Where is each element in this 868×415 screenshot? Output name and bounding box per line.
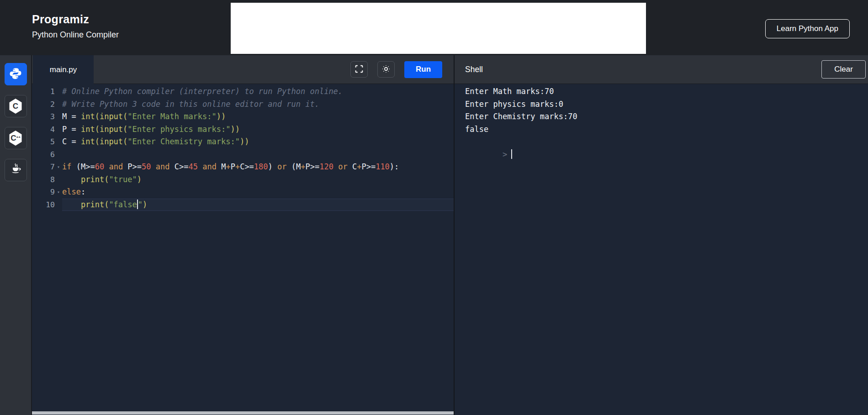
page-title: Python Online Compiler xyxy=(32,30,119,40)
fold-spacer xyxy=(55,136,62,148)
code-line-2[interactable]: 2# Write Python 3 code in this online ed… xyxy=(32,98,454,111)
code-line-6[interactable]: 6 xyxy=(32,148,454,161)
programiz-logo[interactable]: Programiz xyxy=(32,13,119,26)
c-icon: C xyxy=(9,99,22,114)
sidebar-item-python[interactable] xyxy=(5,63,27,85)
tab-label: main.py xyxy=(50,65,77,74)
code-line-9[interactable]: 9▾else: xyxy=(32,186,454,199)
scrollbar-thumb[interactable] xyxy=(32,411,454,415)
shell-output-line: Enter Chemistry marks:70 xyxy=(465,110,868,123)
shell-output[interactable]: Enter Math marks:70Enter physics marks:0… xyxy=(455,84,868,415)
brightness-icon xyxy=(381,64,391,75)
line-number: 6 xyxy=(32,148,55,161)
line-number: 5 xyxy=(32,136,55,148)
line-number: 7 xyxy=(32,161,55,173)
fold-spacer xyxy=(55,173,62,186)
shell-prompt: > xyxy=(503,150,507,159)
java-icon xyxy=(10,163,22,177)
code-line-5[interactable]: 5C = int(input("Enter Chemistry marks:")… xyxy=(32,136,454,148)
line-number: 3 xyxy=(32,110,55,123)
code-line-1[interactable]: 1# Online Python compiler (interpreter) … xyxy=(32,85,454,98)
shell-output-line: false xyxy=(465,123,868,136)
shell-cursor xyxy=(511,149,512,159)
code-line-3[interactable]: 3M = int(input("Enter Math marks:")) xyxy=(32,110,454,123)
code-text: # Write Python 3 code in this online edi… xyxy=(62,98,454,111)
code-text: P = int(input("Enter physics marks:")) xyxy=(62,123,454,136)
tab-main-py[interactable]: main.py xyxy=(33,55,94,84)
line-number: 2 xyxy=(32,98,55,111)
language-sidebar: C C++ xyxy=(0,55,32,415)
fold-spacer xyxy=(55,199,62,211)
sidebar-item-cpp[interactable]: C++ xyxy=(5,127,27,149)
sidebar-item-c[interactable]: C xyxy=(5,95,27,117)
code-line-8[interactable]: 8 print("true") xyxy=(32,173,454,186)
code-text: print("true") xyxy=(62,173,454,186)
fold-arrow-icon[interactable]: ▾ xyxy=(55,161,62,173)
horizontal-scrollbar[interactable] xyxy=(32,411,454,415)
shell-output-line: Enter physics marks:0 xyxy=(465,98,868,111)
fold-spacer xyxy=(55,110,62,123)
fullscreen-icon xyxy=(354,64,364,75)
code-text: # Online Python compiler (interpreter) t… xyxy=(62,85,454,98)
line-number: 1 xyxy=(32,85,55,98)
code-text: print("false") xyxy=(62,199,454,211)
code-lines: 1# Online Python compiler (interpreter) … xyxy=(32,85,454,211)
learn-python-app-button[interactable]: Learn Python App xyxy=(765,19,850,38)
run-button[interactable]: Run xyxy=(404,61,442,78)
sidebar-item-java[interactable] xyxy=(5,159,27,181)
editor-toolbar: main.py xyxy=(32,55,454,84)
fold-spacer xyxy=(55,123,62,136)
code-text: C = int(input("Enter Chemistry marks:")) xyxy=(62,136,454,148)
code-line-10[interactable]: 10 print("false") xyxy=(32,199,454,211)
code-text: M = int(input("Enter Math marks:")) xyxy=(62,110,454,123)
fullscreen-button[interactable] xyxy=(350,61,368,78)
shell-panel: Shell Clear Enter Math marks:70Enter phy… xyxy=(455,55,868,415)
fold-spacer xyxy=(55,148,62,161)
theme-toggle-button[interactable] xyxy=(377,61,395,78)
editor-controls: Run xyxy=(350,55,442,84)
line-number: 9 xyxy=(32,186,55,199)
code-text: else: xyxy=(62,186,454,199)
python-icon xyxy=(9,67,22,82)
shell-prompt-line[interactable]: > xyxy=(465,136,868,148)
code-text xyxy=(62,148,454,161)
fold-spacer xyxy=(55,85,62,98)
code-text: if (M>=60 and P>=50 and C>=45 and M+P+C>… xyxy=(62,161,454,173)
brand-block: Programiz Python Online Compiler xyxy=(32,13,119,40)
shell-output-line: Enter Math marks:70 xyxy=(465,85,868,98)
fold-spacer xyxy=(55,98,62,111)
code-line-4[interactable]: 4P = int(input("Enter physics marks:")) xyxy=(32,123,454,136)
editor-panel: main.py xyxy=(32,55,455,415)
main-content: C C++ xyxy=(0,55,868,415)
code-line-7[interactable]: 7▾if (M>=60 and P>=50 and C>=45 and M+P+… xyxy=(32,161,454,173)
fold-arrow-icon[interactable]: ▾ xyxy=(55,186,62,199)
line-number: 8 xyxy=(32,173,55,186)
header: Programiz Python Online Compiler Learn P… xyxy=(0,0,868,55)
code-editor[interactable]: 1# Online Python compiler (interpreter) … xyxy=(32,84,454,411)
shell-output-lines: Enter Math marks:70Enter physics marks:0… xyxy=(465,85,868,136)
cpp-icon: C++ xyxy=(9,131,22,146)
ad-banner xyxy=(231,3,646,54)
shell-toolbar: Shell Clear xyxy=(455,55,868,84)
clear-button[interactable]: Clear xyxy=(821,60,866,79)
line-number: 10 xyxy=(32,199,55,211)
line-number: 4 xyxy=(32,123,55,136)
shell-title: Shell xyxy=(465,65,483,74)
